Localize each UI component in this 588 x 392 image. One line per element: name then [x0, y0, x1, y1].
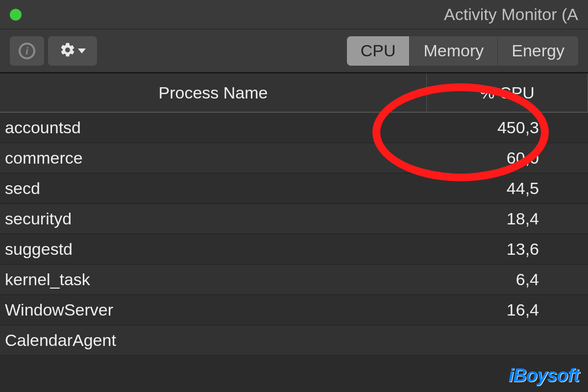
process-name: commerce: [0, 148, 426, 168]
table-row[interactable]: suggestd 13,6: [0, 234, 588, 265]
resource-tabs: CPU Memory Energy: [347, 36, 578, 66]
process-cpu: 13,6: [426, 240, 588, 259]
process-name: securityd: [0, 209, 426, 228]
titlebar: Activity Monitor (A: [0, 0, 588, 29]
process-cpu: 60,0: [426, 148, 588, 168]
table-row[interactable]: commerce 60,0: [0, 143, 588, 173]
table-row[interactable]: secd 44,5: [0, 173, 588, 204]
traffic-light-green[interactable]: [10, 9, 22, 21]
process-name: WindowServer: [0, 300, 426, 319]
tab-memory[interactable]: Memory: [410, 36, 498, 66]
window-title: Activity Monitor (A: [31, 5, 578, 24]
gear-icon: [59, 42, 76, 60]
tab-cpu[interactable]: CPU: [347, 36, 410, 66]
info-icon: i: [19, 43, 35, 59]
column-header-pct-cpu[interactable]: % CPU: [426, 74, 588, 112]
table-row[interactable]: accountsd 450,3: [0, 113, 588, 143]
process-name: suggestd: [0, 240, 426, 259]
process-table: accountsd 450,3 commerce 60,0 secd 44,5 …: [0, 113, 588, 356]
chevron-down-icon: [78, 49, 86, 53]
column-header-process-name[interactable]: Process Name: [0, 83, 426, 102]
process-cpu: 6,4: [426, 270, 588, 289]
process-name: accountsd: [0, 118, 426, 137]
toolbar: i CPU Memory Energy: [0, 29, 588, 74]
process-name: secd: [0, 179, 426, 198]
info-button[interactable]: i: [10, 36, 44, 66]
table-row[interactable]: CalendarAgent: [0, 325, 588, 356]
tab-energy[interactable]: Energy: [498, 36, 578, 66]
watermark: iBoysoft: [509, 365, 579, 386]
process-cpu: 16,4: [426, 300, 588, 319]
process-name: CalendarAgent: [0, 331, 426, 350]
process-name: kernel_task: [0, 270, 426, 289]
process-cpu: 18,4: [426, 209, 588, 228]
actions-button[interactable]: [48, 36, 97, 66]
table-row[interactable]: securityd 18,4: [0, 204, 588, 234]
process-cpu: 450,3: [426, 118, 588, 137]
table-row[interactable]: kernel_task 6,4: [0, 265, 588, 295]
process-cpu: 44,5: [426, 179, 588, 198]
table-row[interactable]: WindowServer 16,4: [0, 295, 588, 325]
table-header: Process Name % CPU: [0, 74, 588, 113]
